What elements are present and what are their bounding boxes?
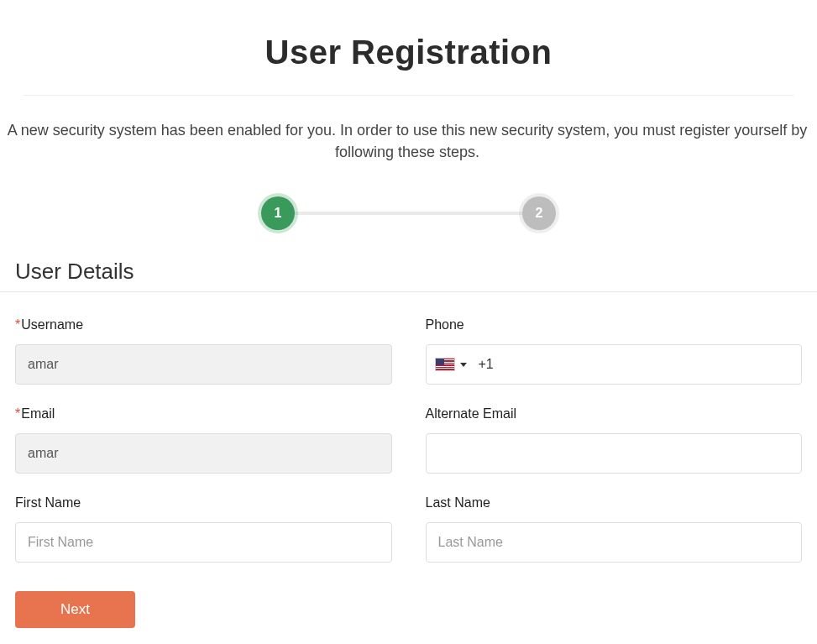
page-title: User Registration (0, 0, 817, 95)
chevron-down-icon (460, 363, 467, 367)
section-divider (0, 291, 817, 292)
first-name-input[interactable] (15, 522, 392, 563)
form-actions: Next (0, 563, 817, 644)
field-username: *Username (15, 317, 392, 385)
field-first-name: First Name (15, 495, 392, 563)
phone-country-selector[interactable] (435, 358, 467, 371)
step-2: 2 (522, 196, 556, 230)
phone-input-wrap: +1 (426, 344, 803, 385)
field-email: *Email (15, 406, 392, 474)
next-button[interactable]: Next (15, 591, 135, 628)
last-name-input[interactable] (426, 522, 803, 563)
form-grid: *Username Phone +1 *Email Alternate Emai… (0, 309, 817, 563)
email-input[interactable] (15, 433, 392, 474)
label-alt-email: Alternate Email (426, 406, 803, 421)
phone-prefix: +1 (479, 357, 494, 372)
field-phone: Phone +1 (426, 317, 803, 385)
intro-text: A new security system has been enabled f… (0, 96, 814, 180)
label-email: *Email (15, 406, 392, 421)
username-input[interactable] (15, 344, 392, 385)
alt-email-input[interactable] (426, 433, 803, 474)
step-connector (293, 212, 524, 215)
stepper: 1 2 (0, 180, 817, 259)
label-phone: Phone (426, 317, 803, 332)
label-first-name: First Name (15, 495, 392, 510)
section-title-user-details: User Details (0, 259, 817, 291)
us-flag-icon (435, 358, 455, 371)
field-last-name: Last Name (426, 495, 803, 563)
step-1: 1 (261, 196, 295, 230)
field-alt-email: Alternate Email (426, 406, 803, 474)
label-username: *Username (15, 317, 392, 332)
phone-input[interactable] (500, 345, 793, 384)
label-last-name: Last Name (426, 495, 803, 510)
